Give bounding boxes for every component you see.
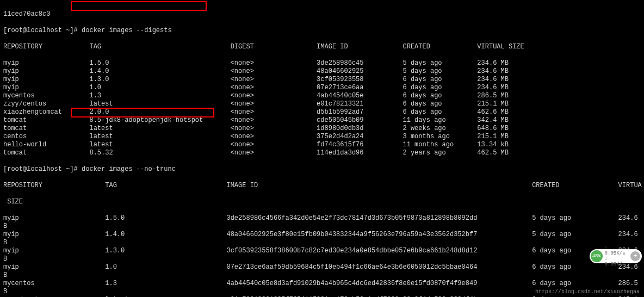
table-row: xiaozhengtomcat 2.0.0 <none> d5b1b5992ad… [3,108,641,116]
table-row: zzyy/centos latest <none> e01c78213321 6… [3,100,641,108]
table-row: mycentos 1.3 <none> 4ab44540c05e 6 days … [3,92,641,100]
table-row: myip 1.5.0 <none> 3de258986c45 5 days ag… [3,59,641,67]
shell-prompt-2: [root@localhost ~]# [3,165,78,173]
table-row: tomcat latest <none> 1d8980d0db3d 2 week… [3,125,641,133]
table-row: myip 1.0 <none> 07e2713ce6aa 6 days ago … [3,84,641,92]
table-row: myip 1.3.0 3cf053923558f38600b7c82c7ed30… [3,247,641,255]
table1-header: REPOSITORY TAG DIGEST IMAGE ID CREATED V… [3,43,641,51]
table-row-cont: B [3,222,641,231]
net-percent-icon: 48% [591,250,603,262]
command-no-trunc[interactable]: docker images --no-trunc [82,165,176,173]
table-row: myip 1.4.0 <none> 48a046602925 5 days ag… [3,67,641,76]
table-row-cont: B [3,271,641,280]
shell-prompt-1: [root@localhost ~]# [3,27,78,34]
table-row: mycentos 1.3 4ab44540c05e8d3afd91029b4a4… [3,280,641,288]
stray-output: 11ced70ac8c0 [3,10,641,18]
table-row: myip 1.0 07e2713ce6aaf59db59684c5f10eb49… [3,263,641,271]
table-row: hello-world latest <none> fd74c3615f76 1… [3,141,641,149]
net-upload: ↑ 0.05K/s [605,245,631,256]
terminal-output: 11ced70ac8c0 [root@localhost ~]# docker … [0,0,644,297]
table-row-cont: B [3,255,641,263]
command-digests[interactable]: docker images --digests [82,27,172,34]
table-row: myip 1.5.0 3de258986c4566fa342d0e54e2f73… [3,214,641,222]
table-row: myip 1.3.0 <none> 3cf053923558 6 days ag… [3,76,641,84]
table-row: myip 1.4.0 48a046602925e3f80e15fb09b0438… [3,231,641,239]
table2-header: REPOSITORY TAG IMAGE ID CREATED VIRTUA [3,182,641,190]
net-speeds: ↑ 0.05K/s ↓ 0.05K/s [605,245,631,267]
table-row: tomcat 8.5-jdk8-adoptopenjdk-hotspot <no… [3,116,641,125]
network-monitor-badge[interactable]: 48% ↑ 0.05K/s ↓ 0.05K/s + [590,249,642,263]
table-row: centos latest <none> 375e2d4d2a24 3 mont… [3,133,641,141]
table-row-cont: B [3,239,641,247]
net-download: ↓ 0.05K/s [605,256,631,267]
table2-header-cont: SIZE [3,198,641,206]
table-row: tomcat 8.5.32 <none> 114ed1da3d96 2 year… [3,149,641,157]
csdn-watermark: https://blog.csdn.net/xiaozhegaa [535,288,640,296]
net-add-icon[interactable]: + [630,251,640,261]
